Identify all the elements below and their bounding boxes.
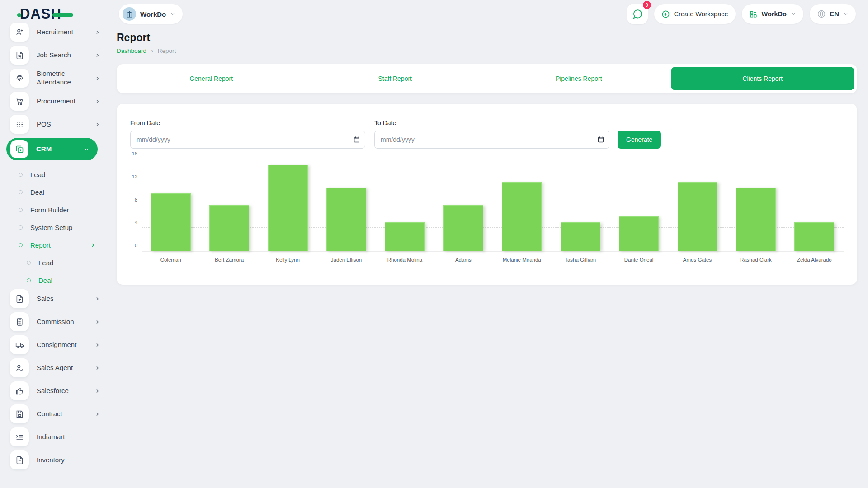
- x-axis-category-label: Rhonda Molina: [376, 257, 434, 263]
- sidebar-item-contract[interactable]: Contract: [0, 404, 104, 423]
- bar-melanie-miranda[interactable]: [502, 182, 542, 251]
- bar-coleman[interactable]: [151, 193, 191, 251]
- sidebar-item-label: Procurement: [37, 97, 87, 106]
- bar-dante-oneal[interactable]: [619, 216, 659, 251]
- sidebar-item-label: CRM: [36, 145, 76, 154]
- sidebar-item-procurement[interactable]: Procurement: [0, 92, 104, 111]
- breadcrumb-dashboard-link[interactable]: Dashboard: [117, 47, 146, 54]
- sidebar-item-commission[interactable]: Commission: [0, 312, 104, 331]
- chevron-right-icon: [94, 319, 100, 325]
- breadcrumb: Dashboard › Report: [117, 47, 857, 54]
- sidebar-subitem-deal[interactable]: Deal: [0, 272, 104, 289]
- sidebar-subitem-label: Report: [30, 241, 51, 249]
- bar-adams[interactable]: [443, 205, 483, 251]
- list-indent-icon: [10, 427, 29, 446]
- bar-rashad-clark[interactable]: [736, 188, 776, 251]
- bar-tasha-gilliam[interactable]: [561, 222, 600, 251]
- sidebar-subitem-report[interactable]: Report: [0, 236, 104, 254]
- plus-circle-icon: [661, 10, 670, 19]
- bullet-circle-icon: [27, 261, 31, 265]
- chevron-right-icon: [94, 388, 100, 394]
- x-axis-category-label: Dante Oneal: [609, 257, 668, 263]
- breadcrumb-separator: ›: [151, 47, 153, 54]
- x-axis-category-label: Amos Gates: [668, 257, 726, 263]
- create-workspace-label: Create Workspace: [674, 10, 728, 18]
- chart-category-labels: ColemanBert ZamoraKelly LynnJaden Elliso…: [142, 257, 844, 263]
- chevron-down-icon: [791, 11, 796, 17]
- tab-pipelines-report[interactable]: Pipelines Report: [487, 67, 671, 90]
- sidebar-subitem-system-setup[interactable]: System Setup: [0, 219, 104, 236]
- bar-zelda-alvarado[interactable]: [794, 222, 834, 251]
- sidebar-subitem-lead[interactable]: Lead: [0, 166, 104, 183]
- from-date-label: From Date: [130, 119, 365, 127]
- sidebar-item-indiamart[interactable]: Indiamart: [0, 427, 104, 446]
- sidebar-item-label: Job Search: [37, 51, 87, 60]
- sidebar-subitem-deal[interactable]: Deal: [0, 183, 104, 201]
- chevron-right-icon: [94, 99, 100, 104]
- messages-button[interactable]: 0: [627, 4, 648, 24]
- sidebar-item-salesforce[interactable]: Salesforce: [0, 381, 104, 400]
- tab-general-report[interactable]: General Report: [119, 67, 303, 90]
- sidebar-item-label: Sales: [37, 295, 87, 303]
- y-axis-tick-label: 4: [135, 220, 137, 225]
- sidebar-subitem-form-builder[interactable]: Form Builder: [0, 201, 104, 219]
- bar-slot: [259, 159, 317, 251]
- from-date-input[interactable]: [130, 131, 365, 149]
- sidebar-item-label: Sales Agent: [37, 364, 87, 372]
- bar-bert-zamora[interactable]: [209, 205, 249, 251]
- workspace-selector[interactable]: WorkDo: [119, 4, 183, 24]
- x-axis-category-label: Coleman: [142, 257, 200, 263]
- chevron-right-icon: [90, 242, 96, 248]
- chevron-right-icon: [94, 75, 100, 81]
- person-plus-icon: [10, 23, 29, 42]
- sidebar-item-job-search[interactable]: Job Search: [0, 46, 104, 65]
- sidebar-subitem-label: Deal: [30, 188, 44, 196]
- to-date-label: To Date: [374, 119, 609, 127]
- chevron-down-icon: [843, 11, 849, 17]
- bar-amos-gates[interactable]: [678, 182, 717, 251]
- chevron-right-icon: [94, 122, 100, 127]
- sidebar-subitem-label: Deal: [38, 277, 52, 284]
- tab-clients-report[interactable]: Clients Report: [671, 67, 855, 90]
- bar-slot: [142, 159, 200, 251]
- x-axis-category-label: Rashad Clark: [726, 257, 785, 263]
- generate-button[interactable]: Generate: [618, 131, 661, 149]
- bar-slot: [726, 159, 785, 251]
- create-workspace-button[interactable]: Create Workspace: [654, 4, 736, 24]
- language-code: EN: [830, 10, 839, 18]
- sidebar-item-sales-agent[interactable]: Sales Agent: [0, 358, 104, 377]
- x-axis-category-label: Adams: [434, 257, 492, 263]
- sidebar-item-consignment[interactable]: Consignment: [0, 335, 104, 354]
- grid-dots-icon: [10, 115, 29, 134]
- y-axis-tick-label: 12: [132, 174, 137, 179]
- app-switcher[interactable]: WorkDo: [742, 4, 803, 24]
- sidebar-item-label: POS: [37, 120, 87, 129]
- floppy-icon: [10, 404, 29, 423]
- document-icon: [10, 289, 29, 308]
- sidebar-item-pos[interactable]: POS: [0, 115, 104, 134]
- to-date-input[interactable]: [374, 131, 609, 149]
- bar-slot: [434, 159, 492, 251]
- cart-icon: [10, 92, 29, 111]
- sidebar-item-sales[interactable]: Sales: [0, 289, 104, 308]
- clients-report-chart: 0481216 ColemanBert ZamoraKelly LynnJade…: [142, 159, 844, 263]
- sidebar-item-biometric-attendance[interactable]: Biometric Attendance: [0, 69, 104, 88]
- tab-staff-report[interactable]: Staff Report: [303, 67, 487, 90]
- sidebar-item-recruitment[interactable]: Recruitment: [0, 23, 104, 42]
- bar-rhonda-molina[interactable]: [385, 222, 425, 251]
- sidebar-subitem-lead[interactable]: Lead: [0, 254, 104, 272]
- file-icon: [10, 450, 29, 469]
- language-selector[interactable]: EN: [810, 4, 856, 24]
- sidebar-item-inventory[interactable]: Inventory: [0, 450, 104, 469]
- app-logo[interactable]: DASH: [20, 5, 61, 23]
- bar-slot: [668, 159, 726, 251]
- bar-jaden-ellison[interactable]: [326, 188, 366, 251]
- sidebar-item-label: Inventory: [37, 456, 87, 465]
- workspace-avatar-building-icon: [123, 7, 136, 21]
- chat-bubble-icon: [632, 9, 643, 19]
- sidebar-item-label: Salesforce: [37, 387, 87, 395]
- chevron-right-icon: [94, 411, 100, 417]
- bar-kelly-lynn[interactable]: [268, 165, 308, 251]
- document-search-icon: [10, 46, 29, 65]
- sidebar-item-crm[interactable]: CRM: [6, 138, 98, 160]
